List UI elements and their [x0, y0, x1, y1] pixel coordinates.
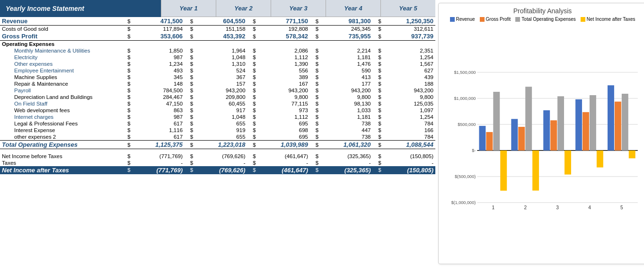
table-row: Legal & Professional Fees$617$655$695$73… — [0, 120, 435, 127]
svg-rect-12 — [479, 126, 485, 151]
main-container: Yearly Income Statement Year 1 Year 2 Ye… — [0, 0, 644, 267]
dollar-sign-cell: $ — [247, 87, 258, 94]
dollar-sign-cell: $ — [310, 26, 320, 33]
header-year-1: Year 1 — [161, 0, 216, 17]
value-cell: 493 — [132, 67, 185, 74]
dollar-sign-cell: $ — [310, 87, 320, 94]
dollar-sign-cell: $ — [247, 67, 258, 74]
value-cell: 188 — [383, 80, 435, 87]
dollar-sign-cell: $ — [247, 120, 258, 127]
dollar-sign-cell: $ — [310, 80, 320, 87]
value-cell: 738 — [320, 134, 372, 141]
dollar-sign-cell: $ — [247, 61, 258, 67]
legend-label: Total Operating Expenses — [521, 17, 576, 22]
dollar-sign-cell: $ — [185, 17, 195, 26]
dollar-sign-cell: $ — [185, 74, 195, 80]
svg-text:$1,500,000: $1,500,000 — [454, 70, 476, 75]
value-cell: 655 — [195, 134, 247, 141]
table-row: Depreciation Land and Buildings$284,467$… — [0, 94, 435, 100]
dollar-sign-cell: $ — [122, 87, 132, 94]
dollar-sign-cell: $ — [372, 87, 383, 94]
dollar-sign-cell: $ — [247, 134, 258, 141]
dollar-sign-cell: $ — [310, 32, 320, 41]
dollar-sign-cell: $ — [185, 141, 195, 149]
dollar-sign-cell: $ — [372, 32, 383, 41]
dollar-sign-cell: $ — [247, 32, 258, 41]
dollar-sign-cell: $ — [122, 160, 132, 166]
dollar-sign-cell: $ — [372, 114, 383, 120]
value-cell: 1,097 — [383, 107, 435, 114]
svg-rect-14 — [493, 92, 500, 151]
dollar-sign-cell: $ — [310, 166, 320, 174]
value-cell: 192,808 — [258, 26, 310, 33]
svg-rect-13 — [486, 132, 493, 151]
table-row: On Field Staff$47,150$60,455$77,115$98,1… — [0, 100, 435, 107]
table-row: other expenses 2$617$655$695$738$784 — [0, 134, 435, 141]
dollar-sign-cell: $ — [122, 61, 132, 67]
value-cell: 917 — [195, 107, 247, 114]
value-cell: 1,112 — [258, 54, 310, 61]
row-label: Gross Profit — [0, 32, 122, 41]
value-cell: (771,769) — [132, 166, 185, 174]
svg-rect-24 — [557, 96, 564, 150]
dollar-sign-cell: $ — [185, 114, 195, 120]
value-cell: 1,048 — [195, 54, 247, 61]
header-year-2: Year 2 — [216, 0, 271, 17]
value-cell: 209,800 — [195, 94, 247, 100]
row-label: Electricity — [0, 54, 122, 61]
dollar-sign-cell: $ — [247, 26, 258, 33]
value-cell: 166 — [383, 127, 435, 134]
value-cell: - — [383, 160, 435, 166]
value-cell: 973 — [258, 107, 310, 114]
value-cell: 47,150 — [132, 100, 185, 107]
svg-rect-33 — [615, 102, 621, 151]
value-cell: 987 — [132, 54, 185, 61]
dollar-sign-cell: $ — [185, 94, 195, 100]
dollar-sign-cell: $ — [185, 47, 195, 54]
header-year-3: Year 3 — [271, 0, 326, 17]
left-panel: Yearly Income Statement Year 1 Year 2 Ye… — [0, 0, 435, 267]
value-cell — [195, 41, 247, 48]
value-cell: 698 — [258, 127, 310, 134]
table-row: Other expenses$1,234$1,310$1,390$1,476$1… — [0, 61, 435, 67]
dollar-sign-cell: $ — [372, 153, 383, 160]
value-cell — [320, 41, 372, 48]
dollar-sign-cell: $ — [122, 94, 132, 100]
dollar-sign-cell: $ — [247, 107, 258, 114]
dollar-sign-cell: $ — [310, 107, 320, 114]
dollar-sign-cell: $ — [310, 127, 320, 134]
value-cell: 784,500 — [132, 87, 185, 94]
svg-rect-20 — [532, 151, 539, 191]
row-label: Taxes — [0, 160, 122, 166]
row-label: Net Income before Taxes — [0, 153, 122, 160]
value-cell: 556 — [258, 67, 310, 74]
svg-text:$-: $- — [472, 148, 476, 153]
income-table: Revenue$471,500$604,550$771,150$981,300$… — [0, 17, 435, 174]
svg-rect-35 — [629, 151, 635, 159]
value-cell: 1,234 — [132, 61, 185, 67]
dollar-sign-cell: $ — [247, 153, 258, 160]
row-label: Web development fees — [0, 107, 122, 114]
value-cell: 617 — [132, 134, 185, 141]
value-cell: - — [258, 160, 310, 166]
svg-rect-22 — [543, 110, 550, 151]
header-row: Yearly Income Statement Year 1 Year 2 Ye… — [0, 0, 435, 17]
dollar-sign-cell: $ — [310, 47, 320, 54]
chart-area: $1,500,000$1,000,000$500,000$-$(500,000)… — [442, 25, 643, 260]
value-cell: 9,800 — [320, 94, 372, 100]
income-table-area: Revenue$471,500$604,550$771,150$981,300$… — [0, 17, 435, 267]
svg-text:$500,000: $500,000 — [458, 122, 476, 127]
legend-color-box — [515, 17, 520, 22]
value-cell: - — [320, 160, 372, 166]
value-cell: (771,769) — [132, 153, 185, 160]
dollar-sign-cell: $ — [310, 74, 320, 80]
value-cell: 943,200 — [383, 87, 435, 94]
value-cell: 471,500 — [132, 17, 185, 26]
dollar-sign-cell: $ — [372, 160, 383, 166]
dollar-sign-cell: $ — [185, 61, 195, 67]
dollar-sign-cell: $ — [372, 141, 383, 149]
value-cell: 738 — [320, 120, 372, 127]
row-label: On Field Staff — [0, 100, 122, 107]
value-cell: 1,567 — [383, 61, 435, 67]
dollar-sign-cell: $ — [185, 166, 195, 174]
